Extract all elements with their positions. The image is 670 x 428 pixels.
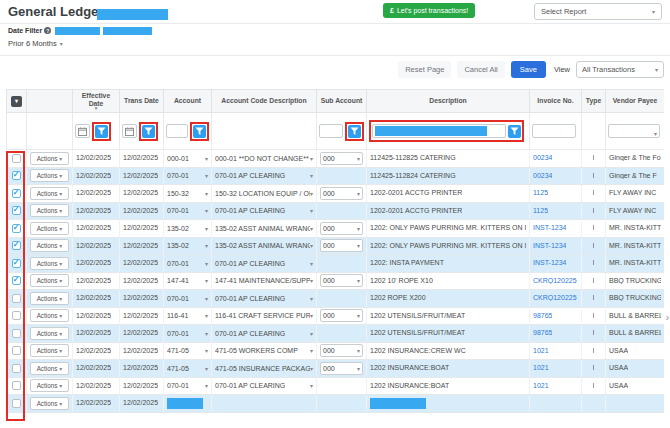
row-checkbox[interactable] bbox=[12, 276, 21, 285]
row-actions-button[interactable]: Actions bbox=[30, 169, 69, 182]
row-actions-button[interactable]: Actions bbox=[30, 222, 69, 235]
invoice-link[interactable]: 1021 bbox=[533, 382, 549, 389]
row-actions-button[interactable]: Actions bbox=[30, 292, 69, 305]
row-checkbox[interactable] bbox=[12, 399, 21, 408]
row-actions-button[interactable]: Actions bbox=[30, 379, 69, 392]
row-actions-button[interactable]: Actions bbox=[30, 309, 69, 322]
row-actions-button[interactable]: Actions bbox=[30, 257, 69, 270]
sub-account-select[interactable]: 000 bbox=[320, 344, 363, 357]
invoice-link[interactable]: 98765 bbox=[533, 312, 552, 319]
row-checkbox[interactable] bbox=[12, 346, 21, 355]
view-dropdown[interactable]: All Transactions bbox=[576, 61, 664, 78]
vendor-filter-input[interactable] bbox=[608, 124, 660, 138]
effective-date-filter-input[interactable] bbox=[75, 124, 90, 138]
invoice-filter-input[interactable] bbox=[532, 124, 576, 138]
row-actions-button[interactable]: Actions bbox=[30, 274, 69, 287]
sub-account-select[interactable]: 000 bbox=[320, 152, 363, 165]
row-checkbox[interactable] bbox=[12, 241, 21, 250]
row-actions-button[interactable]: Actions bbox=[30, 187, 69, 200]
account-select[interactable]: 147-41 bbox=[167, 277, 208, 284]
invoice-link[interactable]: INST-1234 bbox=[533, 224, 566, 231]
row-checkbox[interactable] bbox=[12, 329, 21, 338]
row-checkbox[interactable] bbox=[12, 294, 21, 303]
column-header-vendor-payee[interactable]: Vendor Payee bbox=[606, 90, 665, 113]
account-code-description-select[interactable]: 471-05 WORKERS COMP bbox=[215, 347, 313, 354]
column-header-effective-date[interactable]: Effective Date bbox=[73, 90, 120, 113]
sub-account-select[interactable]: 000 bbox=[320, 239, 363, 252]
account-select[interactable]: 471-05 bbox=[167, 365, 208, 372]
sub-account-select[interactable]: 000 bbox=[320, 274, 363, 287]
column-header-account-code-description[interactable]: Account Code Description bbox=[212, 90, 317, 113]
sub-account-select[interactable]: 000 bbox=[320, 187, 363, 200]
save-button[interactable]: Save bbox=[511, 61, 546, 78]
account-code-description-select[interactable]: 070-01 AP CLEARING bbox=[215, 207, 313, 214]
row-actions-button[interactable]: Actions bbox=[30, 152, 69, 165]
account-code-description-select[interactable]: 000-01 **DO NOT CHANGE** bbox=[215, 155, 313, 162]
row-checkbox[interactable] bbox=[12, 206, 21, 215]
description-filter-input[interactable] bbox=[372, 124, 506, 138]
account-select[interactable]: 135-02 bbox=[167, 225, 208, 232]
scroll-right-icon[interactable]: › bbox=[666, 312, 669, 323]
account-select[interactable]: 150-32 bbox=[167, 190, 208, 197]
cancel-all-button[interactable]: Cancel All bbox=[457, 61, 504, 78]
column-header-sub-account[interactable]: Sub Account bbox=[317, 90, 367, 113]
invoice-link[interactable]: INST-1234 bbox=[533, 259, 566, 266]
account-code-description-select[interactable]: 147-41 MAINTENANCE/SUPPLIES bbox=[215, 277, 313, 284]
filter-icon[interactable] bbox=[348, 125, 361, 138]
reset-page-button[interactable]: Reset Page bbox=[398, 61, 451, 78]
account-select[interactable]: 116-41 bbox=[167, 312, 208, 319]
account-code-description-select[interactable]: 070-01 AP CLEARING bbox=[215, 330, 313, 337]
invoice-link[interactable]: INST-1234 bbox=[533, 242, 566, 249]
row-checkbox[interactable] bbox=[12, 224, 21, 233]
account-code-description-select[interactable]: 070-01 AP CLEARING bbox=[215, 260, 313, 267]
account-code-description-select[interactable]: 135-02 ASST ANIMAL WRANGLER bbox=[215, 242, 313, 249]
column-header-type[interactable]: Type bbox=[582, 90, 606, 113]
row-actions-button[interactable]: Actions bbox=[30, 239, 69, 252]
invoice-link[interactable]: 1125 bbox=[533, 189, 548, 196]
column-header-description[interactable]: Description bbox=[367, 90, 530, 113]
row-actions-button[interactable]: Actions bbox=[30, 204, 69, 217]
row-checkbox[interactable] bbox=[12, 311, 21, 320]
sub-account-select[interactable]: 000 bbox=[320, 309, 363, 322]
help-icon[interactable] bbox=[44, 27, 51, 34]
account-code-description-select[interactable]: 070-01 AP CLEARING bbox=[215, 295, 313, 302]
account-code-description-select[interactable]: 135-02 ASST ANIMAL WRANGLER bbox=[215, 225, 313, 232]
row-checkbox[interactable] bbox=[12, 381, 21, 390]
account-select[interactable]: 070-01 bbox=[167, 207, 208, 214]
column-header-account[interactable]: Account bbox=[164, 90, 212, 113]
post-transactions-button[interactable]: Let's post transactions! bbox=[383, 3, 475, 18]
row-actions-button[interactable]: Actions bbox=[30, 362, 69, 375]
account-code-description-select[interactable]: 070-01 AP CLEARING bbox=[215, 382, 313, 389]
account-code-description-select[interactable]: 150-32 LOCATION EQUIP / OFFIC... bbox=[215, 190, 313, 197]
filter-icon[interactable] bbox=[95, 125, 108, 138]
row-actions-button[interactable]: Actions bbox=[30, 397, 69, 410]
account-select[interactable]: 135-02 bbox=[167, 242, 208, 249]
sub-account-filter-input[interactable] bbox=[319, 124, 343, 138]
column-header-trans-date[interactable]: Trans Date bbox=[120, 90, 164, 113]
account-select[interactable]: 070-01 bbox=[167, 260, 208, 267]
account-code-description-select[interactable]: 471-05 INSURANCE PACKAGE bbox=[215, 365, 313, 372]
filter-icon[interactable] bbox=[508, 125, 521, 138]
invoice-link[interactable]: 1021 bbox=[533, 347, 549, 354]
trans-date-filter-input[interactable] bbox=[122, 124, 137, 138]
account-code-description-select[interactable]: 116-41 CRAFT SERVICE PURCHAS... bbox=[215, 312, 313, 319]
invoice-link[interactable]: 98765 bbox=[533, 329, 552, 336]
row-actions-button[interactable]: Actions bbox=[30, 327, 69, 340]
account-select[interactable]: 070-01 bbox=[167, 295, 208, 302]
sub-account-select[interactable]: 000 bbox=[320, 362, 363, 375]
select-all-dropdown-icon[interactable] bbox=[11, 96, 22, 107]
row-checkbox[interactable] bbox=[12, 154, 21, 163]
row-checkbox[interactable] bbox=[12, 171, 21, 180]
date-range-dropdown[interactable]: Prior 6 Months bbox=[8, 39, 63, 48]
select-report-dropdown[interactable]: Select Report bbox=[534, 3, 662, 20]
filter-icon[interactable] bbox=[142, 125, 155, 138]
invoice-link[interactable]: 00234 bbox=[533, 154, 552, 161]
row-checkbox[interactable] bbox=[12, 189, 21, 198]
account-select[interactable]: 000-01 bbox=[167, 155, 208, 162]
account-select[interactable]: 471-05 bbox=[167, 347, 208, 354]
account-select[interactable]: 070-01 bbox=[167, 330, 208, 337]
invoice-link[interactable]: 1021 bbox=[533, 364, 549, 371]
account-select[interactable]: 070-01 bbox=[167, 382, 208, 389]
invoice-link[interactable]: 00234 bbox=[533, 172, 552, 179]
column-header-invoice-no[interactable]: Invoice No. bbox=[530, 90, 582, 113]
